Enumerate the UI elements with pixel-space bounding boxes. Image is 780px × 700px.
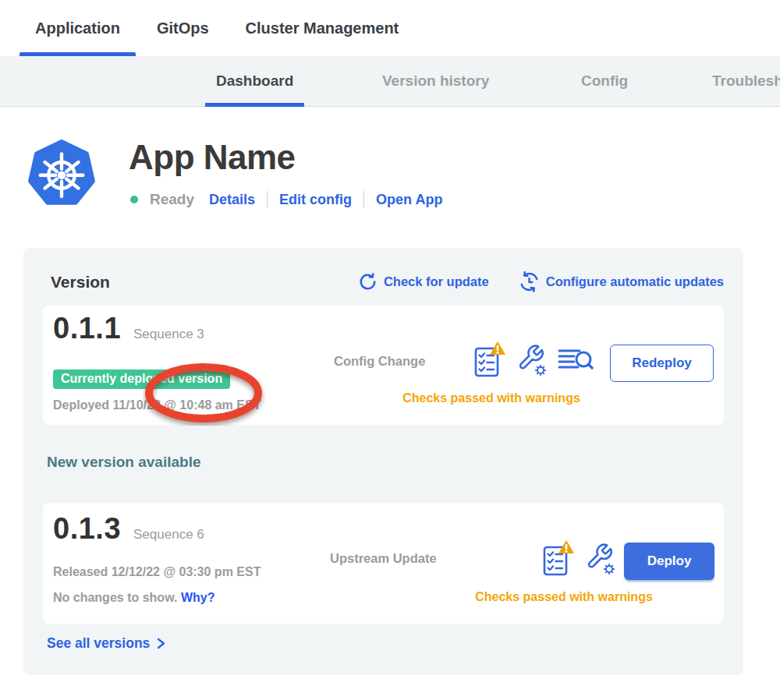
checks-status-text: Checks passed with warnings [374,391,608,405]
why-link[interactable]: Why? [181,591,215,604]
deployed-timestamp: Deployed 11/10/22 @ 10:48 am EST [53,398,261,412]
version-panel-actions: Check for update Configure automatic upd… [358,271,724,292]
current-version-sequence: Sequence 3 [133,327,204,342]
see-all-versions-link[interactable]: See all versions [47,635,167,652]
tab-config[interactable]: Config [570,56,639,107]
check-for-update-label: Check for update [384,274,489,289]
current-version-number: 0.1.1 [53,312,121,345]
preflight-checks-icon[interactable] [473,341,506,380]
redeploy-button[interactable]: Redeploy [610,345,714,382]
version-panel: Version Check for update Configure autom… [23,248,743,675]
check-for-update-link[interactable]: Check for update [358,272,489,292]
tab-troubleshoot[interactable]: Troubleshoot [701,56,780,107]
tab-dashboard[interactable]: Dashboard [205,56,304,107]
tab-version-history[interactable]: Version history [371,56,500,107]
edit-config-link[interactable]: Edit config [279,192,352,208]
divider [267,191,268,208]
new-version-number: 0.1.3 [53,512,121,546]
nav-item-cluster-management[interactable]: Cluster Management [230,0,415,56]
nav-item-application[interactable]: Application [20,0,136,56]
see-all-versions-label: See all versions [47,635,150,652]
change-type-label: Upstream Update [330,551,437,566]
config-tools-icon[interactable] [585,542,616,576]
kubernetes-logo [27,139,96,209]
currently-deployed-badge: Currently deployed version [53,369,230,389]
top-navigation: Application GitOps Cluster Management [0,0,780,56]
app-tab-bar: Dashboard Version history Config Trouble… [0,56,780,107]
divider [363,191,364,208]
new-version-sequence: Sequence 6 [133,527,204,543]
chevron-right-icon [155,637,167,650]
nav-item-gitops[interactable]: GitOps [141,0,225,56]
checks-status-text: Checks passed with warnings [447,590,681,604]
app-manager-page: Application GitOps Cluster Management Da… [0,0,780,700]
no-changes-label: No changes to show. [53,591,177,604]
page-title: App Name [129,137,296,178]
open-app-link[interactable]: Open App [376,192,442,208]
new-version-heading: New version available [47,454,201,471]
version-panel-title: Version [51,273,110,292]
deploy-button[interactable]: Deploy [624,543,714,580]
current-version-card: 0.1.1 Sequence 3 Currently deployed vers… [43,306,724,425]
status-dot [130,196,138,203]
change-type-label: Config Change [334,354,425,369]
scheduled-update-icon [519,271,540,292]
no-changes-text: No changes to show. Why? [53,591,214,605]
status-text: Ready [150,191,194,208]
new-version-card: 0.1.3 Sequence 6 Released 12/12/22 @ 03:… [43,503,724,624]
configure-automatic-updates-label: Configure automatic updates [546,274,724,289]
config-tools-icon[interactable] [516,343,548,377]
released-timestamp: Released 12/12/22 @ 03:30 pm EST [53,565,261,579]
details-link[interactable]: Details [209,192,255,208]
configure-automatic-updates-link[interactable]: Configure automatic updates [519,271,724,292]
preflight-checks-icon[interactable] [542,539,575,578]
view-files-icon[interactable] [558,346,594,374]
refresh-icon [358,272,378,292]
app-status-row: Ready Details Edit config Open App [130,189,442,210]
